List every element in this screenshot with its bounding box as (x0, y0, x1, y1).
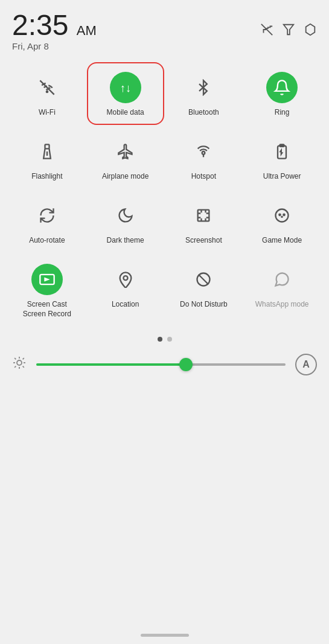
dot-1 (158, 337, 162, 342)
qs-dark-theme[interactable]: Dark theme (88, 191, 163, 252)
svg-point-20 (123, 276, 127, 280)
filter-icon (282, 23, 295, 40)
qs-wifi[interactable]: Wi-Fi (10, 63, 85, 124)
ultra-power-label: Ultra Power (263, 172, 301, 182)
mobile-data-label: Mobile data (107, 108, 144, 118)
qs-ultra-power[interactable]: Ultra Power (244, 127, 319, 188)
screenshot-icon-wrap (188, 200, 219, 231)
svg-point-4 (46, 91, 48, 92)
ring-label: Ring (275, 108, 290, 118)
svg-line-30 (23, 358, 24, 359)
svg-text:↑↓: ↑↓ (120, 81, 131, 94)
location-label: Location (112, 300, 139, 310)
svg-line-28 (14, 358, 16, 359)
whatsapp-icon-wrap (266, 264, 298, 295)
svg-marker-1 (284, 24, 294, 34)
bottom-gesture-bar (141, 634, 189, 637)
qs-hotspot[interactable]: Hotspot (167, 127, 241, 188)
hotspot-label: Hotspot (191, 172, 216, 182)
qs-auto-rotate[interactable]: Auto-rotate (10, 191, 85, 252)
brightness-unfilled (186, 363, 286, 366)
date: Fri, Apr 8 (12, 41, 97, 51)
auto-rotate-icon-wrap (31, 200, 63, 231)
game-mode-label: Game Mode (262, 236, 302, 246)
status-bar: 2:35 AM Fri, Apr 8 (0, 0, 329, 57)
brightness-slider[interactable] (36, 363, 286, 366)
flashlight-label: Flashlight (31, 172, 62, 182)
qs-ring[interactable]: Ring (244, 63, 319, 124)
qs-do-not-disturb[interactable]: Do Not Disturb (167, 255, 241, 325)
auto-label: A (302, 359, 310, 370)
screenshot-label: Screenshot (185, 236, 222, 246)
hotspot-icon-wrap (188, 136, 219, 167)
auto-rotate-label: Auto-rotate (29, 236, 65, 246)
time-value: 2:35 (12, 9, 68, 41)
flashlight-icon-wrap (31, 136, 63, 167)
page-dots (0, 337, 329, 342)
svg-point-17 (283, 214, 284, 215)
mobile-data-icon-wrap: ↑↓ (110, 72, 141, 103)
airplane-label: Airplane mode (102, 172, 149, 182)
qs-whatsapp-mode[interactable]: WhatsApp mode (244, 255, 319, 325)
quick-settings-panel: Wi-Fi ↑↓ Mobile data Bluetooth (0, 57, 329, 331)
svg-point-16 (279, 214, 280, 215)
svg-rect-8 (45, 144, 49, 148)
status-icons (260, 23, 317, 40)
screen-cast-label: Screen Cast Screen Record (23, 300, 71, 319)
svg-point-10 (202, 151, 205, 155)
qs-flashlight[interactable]: Flashlight (10, 127, 85, 188)
whatsapp-mode-label: WhatsApp mode (255, 300, 309, 310)
svg-point-15 (276, 209, 289, 222)
brightness-icon (12, 355, 27, 374)
svg-point-23 (17, 360, 22, 365)
signal-icon (260, 23, 273, 40)
dot-2 (167, 337, 172, 342)
brightness-control[interactable]: A (0, 345, 329, 384)
dark-theme-label: Dark theme (107, 236, 144, 246)
wifi-icon-wrap (31, 72, 63, 103)
dark-theme-icon-wrap (110, 200, 141, 231)
do-not-disturb-label: Do Not Disturb (180, 300, 228, 310)
qs-airplane-mode[interactable]: Airplane mode (88, 127, 163, 188)
bluetooth-label: Bluetooth (188, 108, 219, 118)
qs-location[interactable]: Location (88, 255, 163, 325)
screen-cast-icon-wrap (31, 264, 63, 295)
ultra-power-icon-wrap (266, 136, 298, 167)
brightness-filled (36, 363, 186, 366)
location-icon-wrap (110, 264, 141, 295)
qs-screen-cast[interactable]: Screen Cast Screen Record (10, 255, 85, 325)
svg-line-22 (199, 275, 208, 284)
wifi-label: Wi-Fi (39, 108, 56, 118)
qs-screenshot[interactable]: Screenshot (167, 191, 241, 252)
quick-settings-grid: Wi-Fi ↑↓ Mobile data Bluetooth (10, 63, 319, 325)
svg-point-18 (281, 216, 283, 218)
qs-mobile-data[interactable]: ↑↓ Mobile data (88, 63, 163, 124)
settings-icon (304, 23, 317, 40)
brightness-thumb[interactable] (179, 358, 193, 371)
time-block: 2:35 AM Fri, Apr 8 (12, 11, 97, 51)
airplane-icon-wrap (110, 136, 141, 167)
do-not-disturb-icon-wrap (188, 264, 219, 295)
ring-icon-wrap (266, 72, 298, 103)
svg-line-31 (14, 366, 16, 368)
qs-game-mode[interactable]: Game Mode (244, 191, 319, 252)
svg-rect-13 (280, 144, 284, 147)
ampm: AM (77, 23, 97, 38)
clock: 2:35 AM (12, 11, 97, 40)
svg-line-29 (23, 366, 24, 368)
qs-bluetooth[interactable]: Bluetooth (167, 63, 241, 124)
brightness-auto-button[interactable]: A (295, 354, 317, 375)
game-mode-icon-wrap (266, 200, 298, 231)
svg-marker-2 (306, 24, 315, 34)
bluetooth-icon-wrap (188, 72, 219, 103)
svg-rect-14 (198, 210, 209, 222)
